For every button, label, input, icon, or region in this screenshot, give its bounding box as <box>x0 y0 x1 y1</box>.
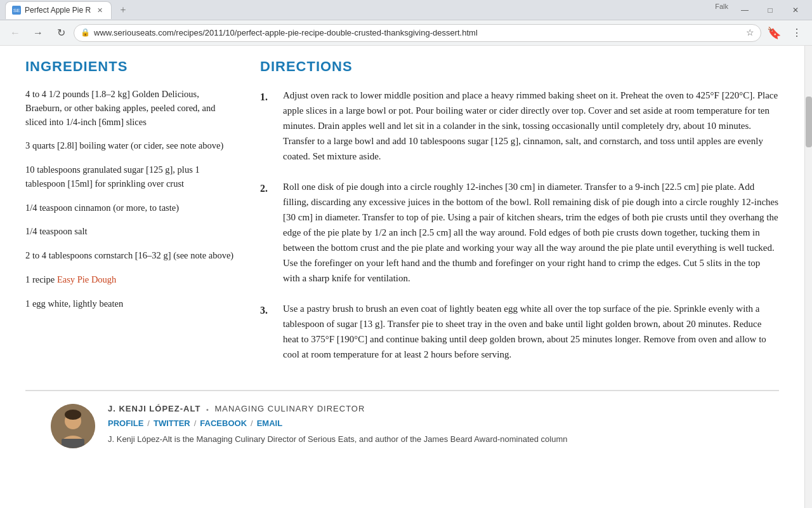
new-tab-button[interactable]: + <box>114 1 132 19</box>
ingredient-text: 2 to 4 tablespoons cornstarch [16–32 g] … <box>25 250 233 260</box>
author-info: J. KENJI LÓPEZ-ALT • MANAGING CULINARY D… <box>108 404 568 446</box>
author-name: J. KENJI LÓPEZ-ALT <box>108 404 200 413</box>
ingredient-text: 3 quarts [2.8l] boiling water (or cider,… <box>25 140 223 150</box>
list-item: 2. Roll one disk of pie dough into a cir… <box>260 179 779 286</box>
list-item: 2 to 4 tablespoons cornstarch [16–32 g] … <box>25 249 235 263</box>
ingredient-text: 4 to 4 1/2 pounds [1.8–2 kg] Golden Deli… <box>25 89 216 127</box>
svg-rect-4 <box>62 439 84 448</box>
direction-number: 2. <box>260 180 273 286</box>
ingredient-text-before: 1 recipe <box>25 274 57 284</box>
minimize-button[interactable]: — <box>733 3 756 18</box>
restore-button[interactable]: □ <box>759 3 782 18</box>
list-item: 3. Use a pastry brush to brush an even c… <box>260 301 779 362</box>
url-text: www.seriouseats.com/recipes/2011/10/perf… <box>94 28 742 37</box>
address-bar[interactable]: 🔒 www.seriouseats.com/recipes/2011/10/pe… <box>74 24 761 42</box>
author-profile-link[interactable]: PROFILE <box>108 418 143 428</box>
author-avatar <box>51 404 95 448</box>
bookmark-star-icon[interactable]: ☆ <box>746 27 754 38</box>
scrollbar-thumb[interactable] <box>806 97 812 147</box>
author-role: MANAGING CULINARY DIRECTOR <box>214 404 365 413</box>
recipe-body: INGREDIENTS 4 to 4 1/2 pounds [1.8–2 kg]… <box>25 58 779 391</box>
title-bar: SE Perfect Apple Pie R ✕ + Falk — □ ✕ <box>0 0 812 20</box>
direction-number: 1. <box>260 89 273 164</box>
direction-number: 3. <box>260 302 273 362</box>
author-name-line: J. KENJI LÓPEZ-ALT • MANAGING CULINARY D… <box>108 404 568 413</box>
menu-button[interactable]: ⋮ <box>787 23 807 43</box>
close-button[interactable]: ✕ <box>784 3 807 18</box>
ingredients-heading: INGREDIENTS <box>25 58 235 75</box>
list-item: 1 recipe Easy Pie Dough <box>25 273 235 287</box>
list-item: 1. Adjust oven rack to lower middle posi… <box>260 88 779 164</box>
directions-heading: DIRECTIONS <box>260 58 779 75</box>
svg-point-2 <box>65 410 81 420</box>
directions-column: DIRECTIONS 1. Adjust oven rack to lower … <box>260 58 779 377</box>
page-content: INGREDIENTS 4 to 4 1/2 pounds [1.8–2 kg]… <box>0 46 812 508</box>
ingredient-text: 10 tablespoons granulated sugar [125 g],… <box>25 164 200 189</box>
back-button[interactable]: ← <box>5 23 25 43</box>
author-bio: J. Kenji López-Alt is the Managing Culin… <box>108 433 568 446</box>
tab-title: Perfect Apple Pie R <box>25 6 91 15</box>
browser-frame: SE Perfect Apple Pie R ✕ + Falk — □ ✕ ← … <box>0 0 812 508</box>
separator: • <box>206 406 209 413</box>
list-item: 1 egg white, lightly beaten <box>25 297 235 311</box>
content-area: INGREDIENTS 4 to 4 1/2 pounds [1.8–2 kg]… <box>0 46 804 508</box>
list-item: 3 quarts [2.8l] boiling water (or cider,… <box>25 139 235 153</box>
link-separator: / <box>194 418 197 428</box>
author-twitter-link[interactable]: TWITTER <box>154 418 190 428</box>
forward-button[interactable]: → <box>28 23 48 43</box>
ingredient-text: 1 egg white, lightly beaten <box>25 298 123 309</box>
tab-close-button[interactable]: ✕ <box>95 5 105 15</box>
author-links: PROFILE / TWITTER / FACEBOOK / EMAIL <box>108 418 568 428</box>
easy-pie-dough-link[interactable]: Easy Pie Dough <box>57 274 116 284</box>
list-item: 4 to 4 1/2 pounds [1.8–2 kg] Golden Deli… <box>25 88 235 129</box>
window-controls: Falk — □ ✕ <box>715 3 807 18</box>
direction-text: Use a pastry brush to brush an even coat… <box>283 301 779 362</box>
tab-strip: SE Perfect Apple Pie R ✕ + <box>5 1 132 19</box>
direction-text: Adjust oven rack to lower middle positio… <box>283 88 779 164</box>
scrollbar[interactable] <box>804 46 812 508</box>
window-app-name: Falk <box>715 3 728 18</box>
ingredient-text: 1/4 teaspoon salt <box>25 226 87 236</box>
author-avatar-image <box>51 404 95 448</box>
tab-favicon: SE <box>12 6 21 15</box>
list-item: 10 tablespoons granulated sugar [125 g],… <box>25 163 235 191</box>
list-item: 1/4 teaspoon cinnamon (or more, to taste… <box>25 201 235 215</box>
author-bio-text: J. Kenji López-Alt is the Managing Culin… <box>108 434 568 444</box>
author-email-link[interactable]: EMAIL <box>257 418 282 428</box>
toolbar: ← → ↻ 🔒 www.seriouseats.com/recipes/2011… <box>0 20 812 46</box>
ingredient-text: 1/4 teaspoon cinnamon (or more, to taste… <box>25 203 179 213</box>
list-item: 1/4 teaspoon salt <box>25 225 235 239</box>
bookmark-button[interactable]: 🔖 <box>764 23 784 43</box>
security-icon: 🔒 <box>81 28 90 37</box>
link-separator: / <box>251 418 253 428</box>
ingredients-column: INGREDIENTS 4 to 4 1/2 pounds [1.8–2 kg]… <box>25 58 235 377</box>
link-separator: / <box>147 418 150 428</box>
author-facebook-link[interactable]: FACEBOOK <box>200 418 247 428</box>
reload-button[interactable]: ↻ <box>51 23 71 43</box>
active-tab[interactable]: SE Perfect Apple Pie R ✕ <box>5 1 112 19</box>
author-section: J. KENJI LÓPEZ-ALT • MANAGING CULINARY D… <box>25 391 779 461</box>
direction-text: Roll one disk of pie dough into a circle… <box>283 179 779 286</box>
